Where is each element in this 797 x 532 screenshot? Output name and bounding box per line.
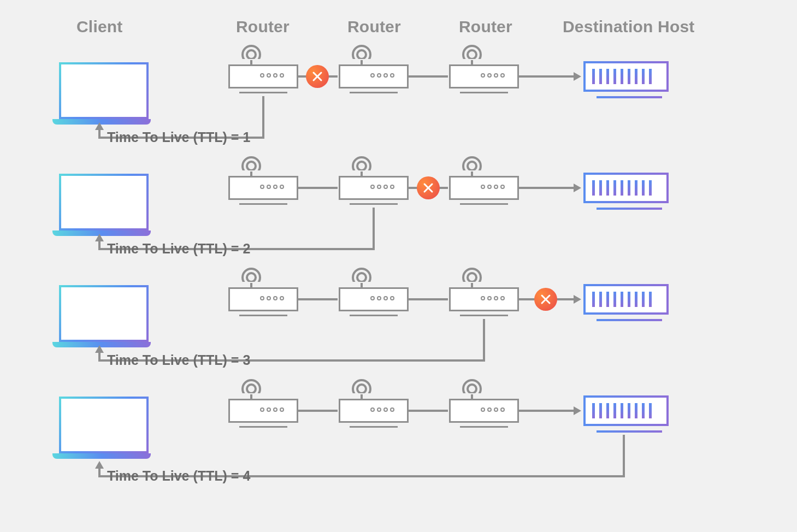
router-icon (228, 45, 298, 97)
connector (409, 410, 448, 412)
ttl-label-2: Time To Live (TTL) = 2 (107, 241, 250, 257)
router-icon (339, 379, 409, 431)
header-router-1: Router (236, 17, 290, 36)
router-icon (228, 379, 298, 431)
header-client: Client (76, 17, 123, 36)
router-icon (228, 156, 298, 209)
ttl-label-3: Time To Live (TTL) = 3 (107, 352, 250, 368)
connector (409, 298, 448, 300)
router-icon (449, 379, 519, 431)
header-router-3: Router (459, 17, 512, 36)
server-icon (583, 284, 669, 324)
server-icon (583, 395, 669, 436)
server-icon (583, 61, 669, 102)
arrowhead-icon (574, 184, 581, 192)
arrowhead-icon (574, 72, 581, 81)
ttl-label-4: Time To Live (TTL) = 4 (107, 468, 250, 484)
stop-x-icon (534, 288, 557, 311)
connector (298, 187, 338, 189)
router-icon (339, 45, 409, 97)
router-icon (449, 268, 519, 320)
router-icon (339, 156, 409, 209)
header-destination: Destination Host (563, 17, 695, 36)
connector (519, 187, 576, 189)
connector (409, 75, 448, 78)
router-icon (449, 45, 519, 97)
connector (519, 75, 576, 78)
connector (298, 298, 338, 300)
arrowhead-icon (574, 406, 581, 415)
diagram-canvas: Client Router Router Router Destination … (0, 0, 797, 532)
arrowhead-icon (574, 295, 581, 304)
header-router-2: Router (347, 17, 401, 36)
stop-x-icon (306, 65, 329, 88)
server-icon (583, 173, 669, 213)
router-icon (339, 268, 409, 320)
router-icon (449, 156, 519, 209)
connector (298, 410, 338, 412)
router-icon (228, 268, 298, 320)
connector (519, 410, 576, 412)
stop-x-icon (417, 176, 440, 199)
ttl-label-1: Time To Live (TTL) = 1 (107, 129, 250, 145)
